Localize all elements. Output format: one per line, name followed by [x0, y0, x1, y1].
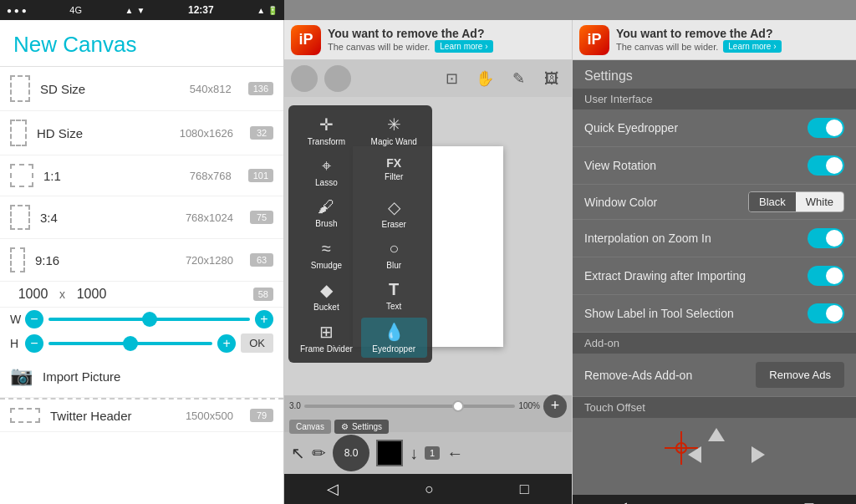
canvas-thumb-9-16	[10, 247, 25, 272]
toggle-thumb	[826, 230, 843, 247]
palette-eraser[interactable]: ◇ Eraser	[361, 193, 427, 233]
learn-more-button-mid[interactable]: Learn more ›	[435, 40, 492, 53]
extract-drawing-toggle[interactable]	[808, 266, 844, 286]
width-slider-track[interactable]	[48, 318, 250, 321]
image-icon[interactable]: 🖼	[538, 65, 565, 92]
addon-remove-ads: Remove-Ads Add-on Remove Ads	[573, 354, 856, 397]
brush-size-circle[interactable]: 8.0	[333, 435, 369, 471]
palette-eyedropper[interactable]: 💧 Eyedropper	[361, 318, 427, 358]
draw-icon[interactable]: ✎	[505, 65, 532, 92]
download-button[interactable]: ↓	[410, 444, 418, 463]
arrow-tool-button[interactable]: ↖	[291, 443, 305, 463]
palette-frame-divider[interactable]: ⊞ Frame Divider	[293, 318, 359, 358]
width-minus-button[interactable]: −	[25, 310, 43, 328]
tool-circle-2[interactable]	[324, 65, 351, 92]
interpolation-toggle[interactable]	[808, 228, 844, 248]
canvas-panel: iP You want to remove the Ad? The canvas…	[284, 20, 572, 504]
settings-tab[interactable]: ⚙ Settings	[334, 420, 389, 434]
pen-tool-button[interactable]: ✏	[312, 443, 326, 463]
list-item[interactable]: 1:1 768x768 101	[0, 155, 283, 196]
settings-panel: iP You want to remove the Ad? The canvas…	[572, 20, 856, 504]
palette-lasso[interactable]: ⌖ Lasso	[293, 152, 359, 191]
width-plus-button[interactable]: +	[255, 310, 273, 328]
height-label: H	[10, 337, 20, 350]
ad-banner-mid: iP You want to remove the Ad? The canvas…	[284, 20, 572, 60]
ad-banner-right: iP You want to remove the Ad? The canvas…	[573, 20, 856, 60]
eyedropper-icon: 💧	[384, 322, 405, 342]
status-network: 4G	[69, 5, 82, 15]
palette-smudge[interactable]: ≈ Smudge	[293, 235, 359, 274]
palette-bucket-label: Bucket	[313, 303, 339, 312]
recent-nav-button-right[interactable]: □	[795, 496, 824, 505]
color-swatch[interactable]	[376, 440, 403, 466]
tool-circle-1[interactable]	[291, 65, 318, 92]
add-canvas-button[interactable]: +	[543, 395, 567, 418]
palette-blur[interactable]: ○ Blur	[361, 235, 427, 274]
filter-icon: FX	[386, 156, 401, 170]
palette-bucket[interactable]: ◆ Bucket	[293, 276, 359, 316]
offset-left-arrow[interactable]	[688, 446, 701, 463]
section-addon-header: Add-on	[573, 333, 856, 354]
list-item[interactable]: SD Size 540x812 136	[0, 67, 283, 111]
ok-button[interactable]: OK	[241, 333, 273, 353]
move-icon[interactable]: ✋	[471, 65, 498, 92]
extract-drawing-label: Extract Drawing after Importing	[584, 269, 808, 283]
select-icon[interactable]: ⊡	[438, 65, 465, 92]
remove-ads-button[interactable]: Remove Ads	[756, 362, 844, 388]
custom-width-input[interactable]	[10, 287, 56, 302]
status-time: 12:37	[188, 4, 214, 16]
zoom-slider-thumb[interactable]	[452, 400, 464, 412]
ad-logo-mid: iP	[291, 25, 321, 55]
addon-label: Remove-Ads Add-on	[584, 369, 756, 382]
zoom-slider[interactable]	[304, 405, 516, 408]
quick-eyedropper-label: Quick Eyedropper	[584, 121, 808, 135]
palette-text[interactable]: T Text	[361, 276, 427, 316]
window-color-black-option[interactable]: Black	[749, 192, 796, 211]
palette-magic-wand[interactable]: ✳ Magic Wand	[361, 110, 427, 150]
palette-brush[interactable]: 🖌 Brush	[293, 193, 359, 233]
view-rotation-label: View Rotation	[584, 159, 808, 172]
status-icons: ▲ ▼	[125, 6, 145, 15]
window-color-white-option[interactable]: White	[796, 192, 843, 211]
palette-filter[interactable]: FX Filter	[361, 152, 427, 191]
palette-transform[interactable]: ✛ Transform	[293, 110, 359, 150]
home-nav-button-mid[interactable]: ○	[415, 477, 444, 501]
height-minus-button[interactable]: −	[25, 334, 43, 353]
brush-size-container: 8.0	[333, 435, 369, 471]
layer-count-badge[interactable]: 1	[425, 446, 440, 460]
list-item[interactable]: Twitter Header 1500x500 79	[0, 398, 283, 432]
palette-smudge-label: Smudge	[311, 261, 342, 270]
show-label-toggle[interactable]	[808, 303, 844, 323]
list-item[interactable]: HD Size 1080x1626 32	[0, 111, 283, 155]
height-slider-thumb[interactable]	[123, 336, 138, 351]
back-button[interactable]: ←	[446, 444, 463, 463]
import-picture-row[interactable]: 📷 Import Picture	[0, 355, 283, 398]
learn-more-button-right[interactable]: Learn more ›	[723, 40, 781, 53]
canvas-name-sd: SD Size	[40, 82, 180, 96]
canvas-tab[interactable]: Canvas	[289, 420, 331, 434]
palette-magic-wand-label: Magic Wand	[371, 137, 417, 146]
tool-palette: ✛ Transform ✳ Magic Wand ⌖ Lasso FX Filt…	[288, 105, 432, 363]
offset-up-arrow[interactable]	[708, 428, 725, 441]
custom-height-input[interactable]	[69, 287, 115, 302]
back-nav-button-right[interactable]: ◁	[605, 495, 637, 504]
home-nav-button-right[interactable]: ○	[701, 496, 731, 505]
toggle-thumb	[826, 305, 843, 322]
setting-extract-drawing: Extract Drawing after Importing	[573, 257, 856, 295]
width-slider-thumb[interactable]	[142, 312, 157, 327]
window-color-toggle[interactable]: Black White	[748, 191, 844, 212]
list-item[interactable]: 3:4 768x1024 75	[0, 196, 283, 239]
gear-icon: ⚙	[341, 422, 349, 431]
back-nav-button-mid[interactable]: ◁	[317, 476, 349, 501]
offset-right-arrow[interactable]	[752, 446, 765, 463]
list-item[interactable]: 9:16 720x1280 63	[0, 239, 283, 282]
palette-transform-label: Transform	[308, 137, 345, 146]
top-toolbar-mid: ⊡ ✋ ✎ 🖼	[284, 60, 572, 97]
blur-icon: ○	[389, 239, 399, 258]
view-rotation-toggle[interactable]	[808, 155, 844, 176]
quick-eyedropper-toggle[interactable]	[808, 118, 844, 138]
recent-nav-button-mid[interactable]: □	[510, 477, 539, 501]
window-color-label: Window Color	[584, 196, 748, 209]
height-slider-track[interactable]	[48, 342, 212, 345]
height-plus-button[interactable]: +	[217, 334, 236, 353]
